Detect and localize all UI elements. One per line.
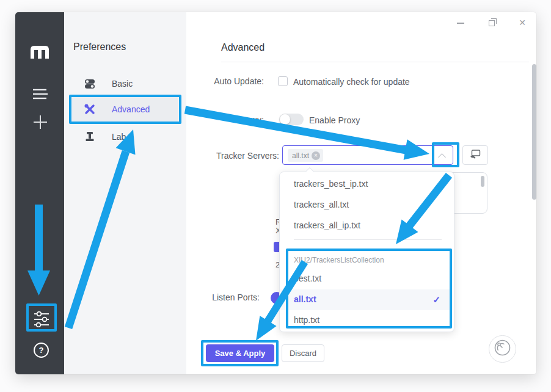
auto-update-checkbox[interactable] xyxy=(278,76,288,86)
tag-remove-icon[interactable]: × xyxy=(312,151,320,160)
close-icon: ✕ xyxy=(519,18,526,27)
save-apply-button[interactable]: Save & Apply xyxy=(206,344,274,362)
check-icon: ✓ xyxy=(432,294,440,305)
dropdown-divider xyxy=(294,239,442,240)
dropdown-caret xyxy=(305,167,314,176)
close-button[interactable]: ✕ xyxy=(517,17,528,28)
sync-icon xyxy=(470,149,481,162)
tracker-servers-label: Tracker Servers: xyxy=(157,151,279,161)
speedometer-icon xyxy=(492,338,513,360)
dropdown-item[interactable]: trackers_best_ip.txt xyxy=(294,179,368,189)
content-scrollbar-thumb[interactable] xyxy=(532,64,536,200)
tracker-dropdown: trackers_best_ip.txt trackers_all.txt tr… xyxy=(279,172,454,332)
help-glyph: ? xyxy=(39,346,44,355)
textarea-scrollbar-thumb[interactable] xyxy=(481,176,484,187)
auto-update-checkbox-label[interactable]: Automatically check for update xyxy=(293,77,410,87)
lab-stamp-icon xyxy=(84,131,95,142)
tracker-servers-select[interactable]: all.txt × xyxy=(282,145,453,165)
sidebar-item-label: Lab xyxy=(112,132,126,142)
minimize-icon xyxy=(457,23,464,24)
auto-update-label: Auto Update: xyxy=(142,76,264,86)
basic-switches-icon xyxy=(84,78,95,89)
help-icon[interactable]: ? xyxy=(34,343,49,358)
title-divider xyxy=(221,62,529,62)
chevron-up-icon[interactable] xyxy=(438,153,446,161)
dropdown-item[interactable]: http.txt xyxy=(294,315,319,325)
proxy-toggle-knob xyxy=(280,114,290,125)
proxy-toggle[interactable] xyxy=(279,114,304,125)
proxy-label: Proxy: xyxy=(142,115,264,125)
dropdown-item[interactable]: best.txt xyxy=(294,274,321,283)
task-list-icon[interactable] xyxy=(32,88,48,103)
motrix-logo-icon xyxy=(31,46,49,61)
sidebar-item-label: Advanced xyxy=(112,104,150,114)
selected-tracker-tag: all.txt × xyxy=(288,149,323,162)
app-rail: ? xyxy=(15,12,64,374)
preferences-sliders-icon[interactable] xyxy=(34,311,49,330)
screenshot-stage: ? Preferences Basic xyxy=(0,0,551,392)
proxy-toggle-label: Enable Proxy xyxy=(309,115,360,125)
minimize-button[interactable] xyxy=(455,18,466,29)
advanced-tools-icon xyxy=(84,104,95,115)
sidebar-item-lab[interactable]: Lab xyxy=(72,126,178,148)
app-window: ? Preferences Basic xyxy=(15,12,536,374)
tag-label: all.txt xyxy=(292,151,309,160)
page-title: Advanced xyxy=(221,42,265,53)
preferences-panel: Preferences Basic xyxy=(64,12,186,374)
dropdown-item-selected[interactable]: all.txt xyxy=(294,294,316,304)
listen-ports-label: Listen Ports: xyxy=(137,292,260,302)
obscured-text-fragment: E xyxy=(266,314,272,324)
dropdown-item[interactable]: trackers_all.txt xyxy=(294,200,349,209)
dropdown-item[interactable]: trackers_all_ip.txt xyxy=(294,220,360,230)
restore-icon xyxy=(489,20,495,26)
speed-limit-button[interactable] xyxy=(489,335,516,363)
sidebar-item-label: Basic xyxy=(112,79,133,89)
dropdown-group-label: XIU2/TrackersListCollection xyxy=(294,256,384,264)
preferences-title: Preferences xyxy=(73,42,126,53)
discard-button[interactable]: Discard xyxy=(282,344,324,362)
sync-trackers-button[interactable] xyxy=(462,145,488,165)
restore-button[interactable] xyxy=(486,18,497,29)
add-task-icon[interactable] xyxy=(32,114,48,132)
